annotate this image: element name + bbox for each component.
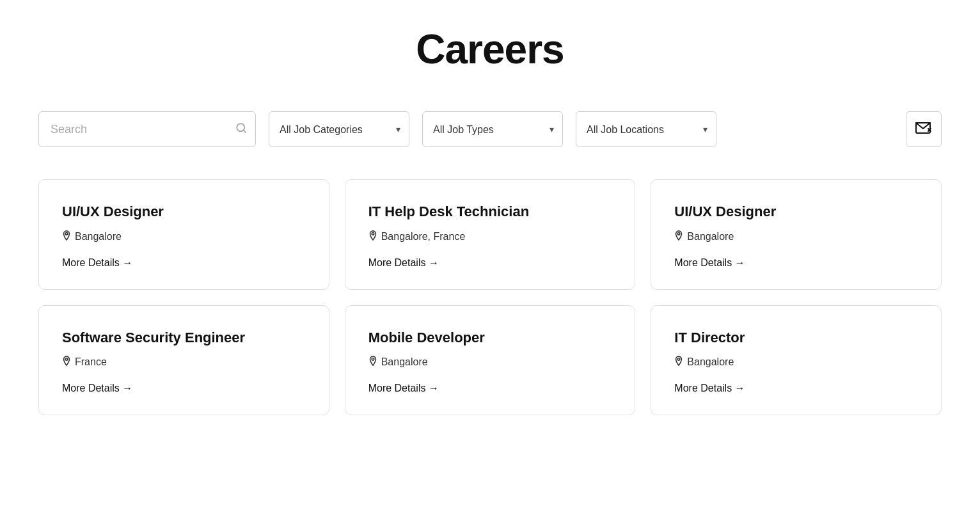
job-location: Bangalore, France <box>368 230 612 243</box>
notify-button[interactable] <box>906 111 942 147</box>
job-card[interactable]: IT Director Bangalore More Details → <box>651 305 942 416</box>
location-pin-icon <box>368 230 377 243</box>
more-details-link[interactable]: More Details → <box>62 257 132 269</box>
job-types-select[interactable]: All Job Types Full-time Part-time Contra… <box>422 111 563 147</box>
more-details-link[interactable]: More Details → <box>62 383 132 394</box>
job-locations-select[interactable]: All Job Locations Bangalore France Remot… <box>576 111 716 147</box>
more-details-link[interactable]: More Details → <box>674 383 745 394</box>
job-categories-select[interactable]: All Job Categories Engineering Design Ma… <box>269 111 409 147</box>
job-title: UI/UX Designer <box>674 203 918 221</box>
more-details-link[interactable]: More Details → <box>368 383 439 394</box>
location-pin-icon <box>674 230 683 243</box>
jobs-grid: UI/UX Designer Bangalore More Details → … <box>38 179 942 415</box>
job-location: France <box>62 356 306 369</box>
job-title: Mobile Developer <box>368 329 612 347</box>
job-locations-dropdown-wrapper: All Job Locations Bangalore France Remot… <box>576 111 716 147</box>
location-pin-icon <box>368 356 377 369</box>
svg-point-7 <box>678 232 681 235</box>
job-location: Bangalore <box>674 356 918 369</box>
job-location: Bangalore <box>368 356 612 369</box>
location-pin-icon <box>674 356 683 369</box>
job-title: Software Security Engineer <box>62 329 306 347</box>
job-title: IT Director <box>674 329 918 347</box>
location-pin-icon <box>62 230 71 243</box>
svg-point-9 <box>372 358 374 361</box>
search-input[interactable] <box>38 111 256 147</box>
svg-point-10 <box>678 358 681 361</box>
location-pin-icon <box>62 356 71 369</box>
job-title: UI/UX Designer <box>62 203 306 221</box>
filters-row: All Job Categories Engineering Design Ma… <box>38 111 942 147</box>
svg-point-8 <box>65 358 68 361</box>
email-notify-icon <box>915 122 932 136</box>
job-location: Bangalore <box>62 230 306 243</box>
job-card[interactable]: UI/UX Designer Bangalore More Details → <box>651 179 942 290</box>
more-details-link[interactable]: More Details → <box>674 257 745 269</box>
job-card[interactable]: Mobile Developer Bangalore More Details … <box>345 305 636 416</box>
job-title: IT Help Desk Technician <box>368 203 612 221</box>
job-card[interactable]: Software Security Engineer France More D… <box>38 305 329 416</box>
page-title: Careers <box>38 26 942 73</box>
job-location: Bangalore <box>674 230 918 243</box>
job-card[interactable]: UI/UX Designer Bangalore More Details → <box>38 179 329 290</box>
search-wrapper <box>38 111 256 147</box>
job-card[interactable]: IT Help Desk Technician Bangalore, Franc… <box>345 179 636 290</box>
more-details-link[interactable]: More Details → <box>368 257 439 269</box>
job-types-dropdown-wrapper: All Job Types Full-time Part-time Contra… <box>422 111 563 147</box>
svg-point-6 <box>372 232 374 235</box>
svg-point-5 <box>65 232 68 235</box>
job-categories-dropdown-wrapper: All Job Categories Engineering Design Ma… <box>269 111 409 147</box>
